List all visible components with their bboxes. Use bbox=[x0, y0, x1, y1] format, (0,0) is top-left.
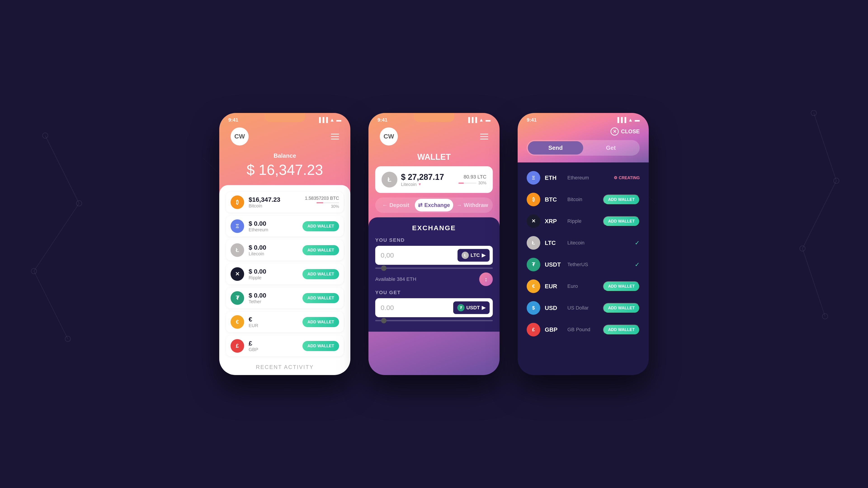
ltc-icon-sm: Ł bbox=[527, 236, 540, 250]
usdt-name: Tether bbox=[249, 299, 303, 304]
crypto-row-gbp[interactable]: £ GBP GB Pound ADD WALLET bbox=[518, 319, 649, 340]
crypto-row-xrp[interactable]: ✕ XRP Ripple ADD WALLET bbox=[518, 210, 649, 232]
wallet-item-btc[interactable]: ₿ $16,347.23 Bitcoin 1.58357203 BTC 30% bbox=[226, 192, 344, 213]
btc-progress-fill bbox=[316, 202, 323, 203]
crypto-row-ltc[interactable]: Ł LTC Litecoin ✓ bbox=[518, 232, 649, 254]
you-get-slider[interactable] bbox=[375, 320, 493, 321]
close-label: CLOSE bbox=[621, 128, 640, 135]
add-wallet-gbp-sm-btn[interactable]: ADD WALLET bbox=[603, 325, 640, 335]
deposit-icon: ← bbox=[382, 202, 388, 208]
btc-ticker: BTC bbox=[545, 196, 563, 203]
wallet-card-progress: 30% bbox=[458, 181, 487, 186]
gbp-fullname: GB Pound bbox=[567, 327, 598, 332]
menu-button-1[interactable] bbox=[331, 134, 339, 139]
add-wallet-usd-sm-btn[interactable]: ADD WALLET bbox=[603, 303, 640, 313]
crypto-row-usd[interactable]: $ USD US Dollar ADD WALLET bbox=[518, 297, 649, 319]
tab-withdraw[interactable]: → Withdraw bbox=[453, 199, 491, 212]
battery-icon-2: ▬ bbox=[486, 117, 491, 123]
get-tab[interactable]: Get bbox=[583, 141, 639, 155]
svg-line-4 bbox=[45, 135, 79, 203]
svg-line-13 bbox=[802, 249, 825, 316]
btc-name: Bitcoin bbox=[249, 203, 305, 208]
ltc-check-icon: ✓ bbox=[635, 239, 640, 247]
svg-line-5 bbox=[34, 203, 79, 271]
eur-icon-sm: € bbox=[527, 280, 540, 293]
add-wallet-btc-sm-btn[interactable]: ADD WALLET bbox=[603, 195, 640, 205]
xrp-icon: ✕ bbox=[230, 267, 244, 281]
wifi-icon-3: ▲ bbox=[628, 117, 633, 123]
litecoin-icon: Ł bbox=[381, 172, 397, 188]
close-button[interactable]: ✕ CLOSE bbox=[611, 127, 640, 135]
usdt-amount: $ 0.00 bbox=[249, 292, 303, 299]
wallet-card-dropdown-arrow: ▼ bbox=[418, 182, 422, 186]
you-get-coin-btn[interactable]: ₮ USDT ▶ bbox=[453, 301, 490, 314]
add-wallet-eur-sm-btn[interactable]: ADD WALLET bbox=[603, 281, 640, 291]
you-send-coin-btn[interactable]: Ł LTC ▶ bbox=[458, 249, 490, 262]
btc-icon-sm: ₿ bbox=[527, 193, 540, 206]
logo-circle-2[interactable]: CW bbox=[380, 127, 398, 145]
wallet-item-usdt[interactable]: ₮ $ 0.00 Tether ADD WALLET bbox=[226, 288, 344, 308]
slider-thumb-send bbox=[381, 265, 386, 271]
wallet-card-name: Litecoin ▼ bbox=[401, 182, 444, 187]
tab-exchange[interactable]: ⇄ Exchange bbox=[415, 199, 453, 212]
menu-button-2[interactable] bbox=[480, 134, 488, 139]
svg-point-1 bbox=[76, 201, 82, 206]
phone-wallet-list: 9:41 ▐▐▐ ▲ ▬ ✕ CLOSE Send bbox=[518, 113, 649, 375]
wallet-card[interactable]: Ł $ 27,287.17 Litecoin ▼ 80.93 LTC 30% bbox=[375, 166, 493, 193]
wallet-card-ltc: 80.93 LTC bbox=[458, 174, 487, 180]
wallet-item-eth[interactable]: Ξ $ 0.00 Ethereum ADD WALLET bbox=[226, 216, 344, 236]
tab-deposit[interactable]: ← Deposit bbox=[377, 199, 415, 212]
svg-point-9 bbox=[800, 246, 805, 251]
svg-line-11 bbox=[814, 113, 836, 181]
close-row: ✕ CLOSE bbox=[518, 123, 649, 138]
you-send-value[interactable]: 0,00 bbox=[381, 252, 458, 259]
you-send-label: YOU SEND bbox=[375, 237, 493, 243]
balance-section: Balance $ 16,347.23 bbox=[219, 150, 350, 185]
ltc-name: Litecoin bbox=[249, 251, 303, 256]
signal-icon-3: ▐▐▐ bbox=[616, 117, 626, 123]
crypto-row-btc[interactable]: ₿ BTC Bitcoin ADD WALLET bbox=[518, 189, 649, 210]
exchange-body: EXCHANGE YOU SEND 0,00 Ł LTC ▶ Available… bbox=[368, 217, 500, 332]
logo-circle-1[interactable]: CW bbox=[230, 127, 249, 145]
add-wallet-gbp-btn[interactable]: ADD WALLET bbox=[303, 341, 339, 351]
add-wallet-ltc-btn[interactable]: ADD WALLET bbox=[303, 245, 339, 255]
you-send-slider[interactable] bbox=[375, 267, 493, 269]
crypto-row-eth[interactable]: Ξ ETH Ethereum ⚙ CREATING bbox=[518, 167, 649, 189]
btc-right: 1.58357203 BTC 30% bbox=[305, 196, 339, 209]
gbp-amount: £ bbox=[249, 340, 303, 347]
xrp-ticker: XRP bbox=[545, 218, 563, 225]
wifi-icon-2: ▲ bbox=[479, 117, 484, 123]
xrp-amount: $ 0.00 bbox=[249, 268, 303, 275]
add-wallet-usdt-btn[interactable]: ADD WALLET bbox=[303, 293, 339, 303]
signal-icon: ▐▐▐ bbox=[317, 117, 328, 123]
usdt-icon-sm: ₮ bbox=[527, 258, 540, 271]
wallet-item-ltc[interactable]: Ł $ 0.00 Litecoin ADD WALLET bbox=[226, 240, 344, 260]
swap-button[interactable]: ↕ bbox=[479, 272, 493, 286]
svg-point-0 bbox=[42, 133, 48, 138]
withdraw-icon: → bbox=[456, 202, 462, 208]
balance-label: Balance bbox=[219, 152, 350, 159]
btc-fullname: Bitcoin bbox=[567, 197, 598, 202]
eth-amount: $ 0.00 bbox=[249, 220, 303, 227]
btc-progress-track bbox=[316, 202, 339, 203]
wallet-item-eur[interactable]: € € EUR ADD WALLET bbox=[226, 312, 344, 332]
wallet-item-xrp[interactable]: ✕ $ 0.00 Ripple ADD WALLET bbox=[226, 264, 344, 285]
usdt-small-icon: ₮ bbox=[457, 304, 465, 311]
wallet-item-gbp[interactable]: £ £ GBP ADD WALLET bbox=[226, 335, 344, 356]
phone-notch-1 bbox=[265, 113, 305, 122]
crypto-row-eur[interactable]: € EUR Euro ADD WALLET bbox=[518, 275, 649, 297]
wallet-card-details: $ 27,287.17 Litecoin ▼ bbox=[401, 172, 444, 187]
add-wallet-eur-btn[interactable]: ADD WALLET bbox=[303, 317, 339, 327]
send-tab[interactable]: Send bbox=[528, 141, 583, 155]
you-get-value[interactable]: 0.00 bbox=[381, 304, 453, 312]
crypto-row-usdt[interactable]: ₮ USDT TetherUS ✓ bbox=[518, 254, 649, 275]
crypto-list: Ξ ETH Ethereum ⚙ CREATING ₿ BTC Bitcoin … bbox=[518, 162, 649, 375]
slider-thumb-get bbox=[381, 318, 386, 323]
add-wallet-xrp-sm-btn[interactable]: ADD WALLET bbox=[603, 216, 640, 226]
ltc-ticker: LTC bbox=[545, 239, 563, 247]
add-wallet-eth-btn[interactable]: ADD WALLET bbox=[303, 221, 339, 231]
add-wallet-xrp-btn[interactable]: ADD WALLET bbox=[303, 269, 339, 279]
you-send-input-row: 0,00 Ł LTC ▶ bbox=[375, 246, 493, 265]
xrp-fullname: Ripple bbox=[567, 218, 598, 224]
phone3-header-gradient: 9:41 ▐▐▐ ▲ ▬ ✕ CLOSE Send bbox=[518, 113, 649, 162]
